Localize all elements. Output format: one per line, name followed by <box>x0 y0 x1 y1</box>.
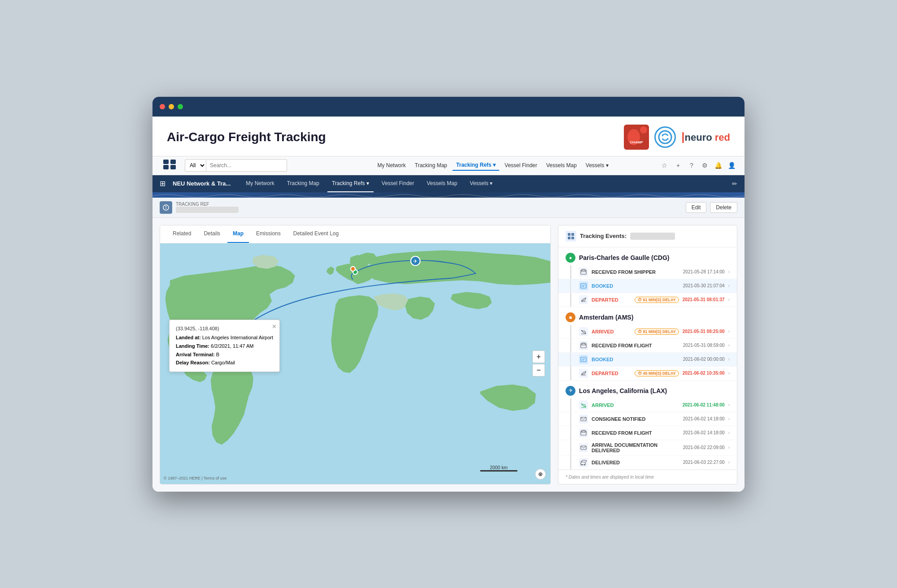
tooltip-arrival-terminal: Arrival Terminal: B <box>176 350 273 359</box>
svg-rect-27 <box>581 284 586 288</box>
svg-point-45 <box>584 464 585 465</box>
lax-delivered-chevron[interactable]: › <box>728 460 730 465</box>
sub-nav-mynetwork[interactable]: My Network <box>241 175 279 192</box>
edit-button[interactable]: Edit <box>686 202 707 213</box>
tab-detailed-event-log[interactable]: Detailed Event Log <box>288 225 344 243</box>
event-ams-received-flight: RECEIVED FROM FLIGHT 2021-05-31 08:59:00… <box>558 339 737 353</box>
svg-rect-23 <box>568 237 570 239</box>
departed-chevron[interactable]: › <box>728 297 730 302</box>
booked-chevron[interactable]: › <box>728 283 730 288</box>
departed-label-wrapper: DEPARTED ⏱ 61 MIN(S) DELAY <box>592 297 679 303</box>
tab-map[interactable]: Map <box>227 225 249 243</box>
close-dot[interactable] <box>160 104 165 109</box>
location-cdg-name: Paris-Charles de Gaulle (CDG) <box>579 254 670 261</box>
svg-rect-22 <box>571 233 574 236</box>
sub-nav-vessels[interactable]: Vessels ▾ <box>466 175 497 192</box>
neurored-logo: |neuro red <box>681 130 730 144</box>
received-from-shipper-chevron[interactable]: › <box>728 269 730 274</box>
lax-received-flight-icon <box>579 428 588 437</box>
ams-departed-chevron[interactable]: › <box>728 371 730 376</box>
sub-nav-vesselfinder[interactable]: Vessel Finder <box>377 175 419 192</box>
zoom-in-button[interactable]: + <box>532 350 545 363</box>
nav-item-vesselsmap[interactable]: Vessels Map <box>543 160 580 170</box>
breadcrumb-label: Tracking Ref <box>176 202 239 207</box>
svg-text:CHAMP: CHAMP <box>630 140 644 144</box>
svg-rect-34 <box>581 357 586 362</box>
tab-emissions[interactable]: Emissions <box>251 225 286 243</box>
breadcrumb-info: Tracking Ref <box>176 202 239 213</box>
map-panel: Related Details Map Emissions Detailed E… <box>160 225 551 484</box>
departed-label: DEPARTED <box>592 297 632 303</box>
zoom-out-button[interactable]: − <box>532 364 545 376</box>
nav-item-vessels[interactable]: Vessels ▾ <box>582 160 612 170</box>
ams-arrived-chevron[interactable]: › <box>728 329 730 334</box>
ams-booked-chevron[interactable]: › <box>728 357 730 362</box>
svg-point-3 <box>659 131 671 143</box>
help-icon[interactable]: ? <box>686 160 697 171</box>
nav-item-mynetwork[interactable]: My Network <box>374 160 409 170</box>
search-filter-select[interactable]: All All <box>185 159 206 172</box>
grid-icon[interactable]: ⊞ <box>160 179 165 188</box>
add-icon[interactable]: + <box>673 160 684 171</box>
tabs-bar: Related Details Map Emissions Detailed E… <box>160 225 550 243</box>
ams-booked-label: BOOKED <box>592 357 679 362</box>
sub-nav-trackingmap[interactable]: Tracking Map <box>283 175 324 192</box>
ams-departed-label: DEPARTED <box>592 371 632 376</box>
lax-arrival-docs-chevron[interactable]: › <box>728 445 730 450</box>
star-icon[interactable]: ☆ <box>659 160 670 171</box>
sub-nav-trackingrefs[interactable]: Tracking Refs ▾ <box>327 175 374 192</box>
svg-rect-6 <box>163 160 169 164</box>
delete-button[interactable]: Delete <box>710 202 737 213</box>
lax-arrived-chevron[interactable]: › <box>728 402 730 407</box>
compass-icon: ⊕ <box>535 469 546 480</box>
ams-departed-wrapper: DEPARTED ⏱ 45 MIN(S) DELAY <box>592 370 679 376</box>
received-from-shipper-label: RECEIVED FROM SHIPPER <box>592 269 679 275</box>
tooltip-close-icon[interactable]: ✕ <box>272 322 277 332</box>
nav-item-vesselfinder[interactable]: Vessel Finder <box>501 160 541 170</box>
map-container[interactable]: ✈ 2000 km ✕ <box>160 243 550 484</box>
nav-item-trackingrefs[interactable]: Tracking Refs ▾ <box>453 160 499 171</box>
edit-pencil-icon[interactable]: ✏ <box>732 180 737 187</box>
bell-icon[interactable]: 🔔 <box>713 160 724 171</box>
sub-nav-vesselsmap[interactable]: Vessels Map <box>422 175 462 192</box>
tab-related[interactable]: Related <box>167 225 196 243</box>
tab-details[interactable]: Details <box>198 225 226 243</box>
nav-items: My Network Tracking Map Tracking Refs ▾ … <box>374 160 612 171</box>
ams-received-flight-icon <box>579 341 588 350</box>
nav-item-trackingmap[interactable]: Tracking Map <box>411 160 451 170</box>
lax-received-flight-time: 2021-06-02 14:18:00 <box>683 430 725 435</box>
lax-received-flight-label: RECEIVED FROM FLIGHT <box>592 430 679 436</box>
lax-received-flight-chevron[interactable]: › <box>728 430 730 435</box>
ams-received-flight-chevron[interactable]: › <box>728 343 730 348</box>
lax-delivered-label: DELIVERED <box>592 460 679 465</box>
browser-window: Air-Cargo Freight Tracking CHAMP <box>152 97 745 492</box>
ams-received-flight-label: RECEIVED FROM FLIGHT <box>592 343 679 348</box>
svg-text:2000 km: 2000 km <box>490 465 508 470</box>
received-from-shipper-time: 2021-05-28 17:14:00 <box>683 269 725 274</box>
breadcrumb-actions: Edit Delete <box>686 202 737 213</box>
wave-divider <box>152 192 745 198</box>
event-lax-consignee: CONSIGNEE NOTIFIED 2021-06-02 14:18:00 › <box>558 412 737 426</box>
lax-delivered-time: 2021-06-03 22:27:00 <box>683 460 725 465</box>
ams-arrived-label: ARRIVED <box>592 329 632 334</box>
svg-point-17 <box>351 266 355 271</box>
search-input[interactable] <box>206 159 287 172</box>
map-zoom-controls: + − <box>532 350 545 376</box>
location-cdg: ● Paris-Charles de Gaulle (CDG) RECEIVED… <box>558 247 737 307</box>
event-cdg-received: RECEIVED FROM SHIPPER 2021-05-28 17:14:0… <box>558 265 737 279</box>
settings-icon[interactable]: ⚙ <box>700 160 710 171</box>
event-ams-departed: DEPARTED ⏱ 45 MIN(S) DELAY 2021-06-02 10… <box>558 367 737 380</box>
user-icon[interactable]: 👤 <box>727 160 737 171</box>
lax-arrival-docs-time: 2021-06-02 22:09:00 <box>683 445 725 450</box>
tooltip-coords: (33.9425, -118.408) <box>176 324 273 333</box>
search-wrapper: All All <box>185 159 319 172</box>
svg-rect-9 <box>170 165 176 169</box>
lax-consignee-chevron[interactable]: › <box>728 416 730 421</box>
maximize-dot[interactable] <box>178 104 183 109</box>
event-ams-arrived: ARRIVED ⏱ 81 MIN(S) DELAY 2021-05-31 08:… <box>558 325 737 339</box>
minimize-dot[interactable] <box>169 104 174 109</box>
svg-point-44 <box>581 464 583 465</box>
location-icon-cdg: ● <box>566 253 575 263</box>
svg-rect-19 <box>480 470 518 471</box>
svg-rect-8 <box>163 165 169 169</box>
